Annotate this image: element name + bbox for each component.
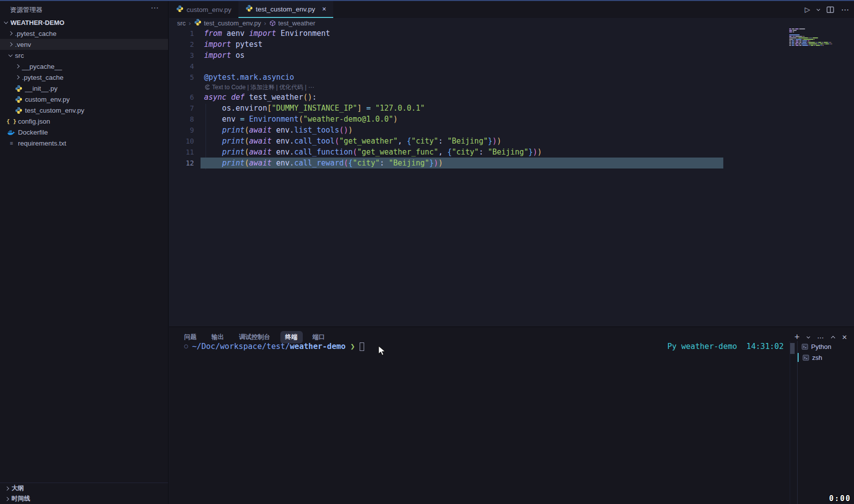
- code-line-9[interactable]: 9 print(await env.list_tools()): [169, 125, 854, 136]
- tree-item-requirements-txt[interactable]: ≡requirements.txt: [0, 138, 168, 149]
- editor-actions: ▷ ⋯: [805, 1, 849, 18]
- terminal-instance-python[interactable]: Python: [798, 341, 854, 352]
- terminal-viewport[interactable]: ~/Doc/workspace/test/weather-demo ❯ Py w…: [169, 341, 790, 504]
- line-number[interactable]: 6: [169, 92, 204, 103]
- codelens-actions[interactable]: Text to Code | 添加注释 | 优化代码 | ⋯: [169, 83, 854, 92]
- vscode-window: 资源管理器 ⋯ WEATHER-DEMO .pytest_cache.venvs…: [0, 0, 854, 504]
- chevron-right-icon: [15, 75, 19, 79]
- minimap[interactable]: [789, 28, 832, 45]
- code-line-12[interactable]: 12 print(await env.call_reward({"city": …: [169, 158, 854, 168]
- line-number[interactable]: 3: [169, 50, 204, 61]
- terminal-icon: [803, 354, 809, 361]
- project-name: WEATHER-DEMO: [10, 19, 64, 26]
- tree-item--pycache-[interactable]: __pycache__: [0, 61, 168, 72]
- line-number[interactable]: 2: [169, 39, 204, 50]
- close-icon[interactable]: ×: [322, 5, 326, 13]
- line-number[interactable]: 8: [169, 114, 204, 125]
- tree-item--venv[interactable]: .venv: [0, 39, 168, 50]
- sidebar-section[interactable]: 大纲: [0, 483, 168, 494]
- text-file-icon: ≡: [7, 139, 15, 147]
- python-icon: [194, 18, 202, 27]
- tree-item-label: test_custom_env.py: [25, 107, 84, 114]
- tree-item-dockerfile[interactable]: Dockerfile: [0, 127, 168, 138]
- docker-icon: [7, 129, 15, 136]
- tree-item-label: __init__.py: [25, 85, 57, 92]
- tree-item-test-custom-env-py[interactable]: test_custom_env.py: [0, 105, 168, 116]
- terminal-instance-list: Pythonzsh: [797, 341, 854, 504]
- python-icon: [176, 5, 184, 12]
- ai-assist-icon: [205, 84, 211, 90]
- panel-more-icon[interactable]: ⋯: [817, 334, 824, 341]
- code-line-7[interactable]: 7 os.environ["DUMMY_INSTANCE_IP"] = "127…: [169, 103, 854, 114]
- recording-timer: 0:00: [829, 494, 851, 503]
- tree-item--init-py[interactable]: __init__.py: [0, 83, 168, 94]
- terminal-dropdown-chevron-icon[interactable]: [807, 336, 810, 338]
- tree-item-label: .pytest_cache: [15, 30, 56, 37]
- line-number[interactable]: 10: [169, 136, 204, 147]
- chevron-right-icon: [8, 42, 12, 46]
- file-tree: .pytest_cache.venvsrc__pycache__.pytest_…: [0, 28, 168, 149]
- line-number[interactable]: 11: [169, 147, 204, 158]
- breadcrumb-file[interactable]: test_custom_env.py: [194, 18, 261, 27]
- code-line-2[interactable]: 2import pytest: [169, 39, 854, 50]
- line-number[interactable]: 5: [169, 72, 204, 83]
- maximize-panel-icon[interactable]: [832, 335, 835, 339]
- code-line-8[interactable]: 8 env = Environment("weather-demo@1.0.0"…: [169, 114, 854, 125]
- chevron-right-icon: [8, 31, 12, 35]
- code-line-5[interactable]: 5@pytest.mark.asyncio: [169, 72, 854, 83]
- tree-item-custom-env-py[interactable]: custom_env.py: [0, 94, 168, 105]
- run-dropdown-chevron-icon[interactable]: [817, 9, 820, 10]
- code-line-11[interactable]: 11 print(await env.call_function("get_we…: [169, 147, 854, 158]
- tree-item-label: requirements.txt: [18, 140, 66, 147]
- line-number[interactable]: 1: [169, 28, 204, 39]
- line-number[interactable]: 12: [169, 158, 204, 168]
- code-line-3[interactable]: 3import os: [169, 50, 854, 61]
- tab-label: custom_env.py: [187, 6, 231, 13]
- tree-item-label: src: [15, 52, 24, 59]
- code-editor[interactable]: 1from aenv import Environment2import pyt…: [169, 28, 854, 327]
- prompt-chevron: ❯: [346, 341, 355, 352]
- tree-item--pytest-cache[interactable]: .pytest_cache: [0, 28, 168, 39]
- code-line-10[interactable]: 10 print(await env.call_tool("get_weathe…: [169, 136, 854, 147]
- tree-item-label: config.json: [18, 118, 50, 125]
- breadcrumb-symbol[interactable]: test_weather: [269, 19, 315, 27]
- json-icon: { }: [7, 117, 15, 125]
- tab-test-custom-env-py[interactable]: test_custom_env.py×: [238, 1, 333, 18]
- terminal-instance-zsh[interactable]: zsh: [798, 352, 854, 363]
- sidebar-bottom-sections: 大纲时间线: [0, 483, 168, 504]
- terminal-prompt-line: ~/Doc/workspace/test/weather-demo ❯ Py w…: [169, 341, 790, 352]
- editor-tab-bar: custom_env.pytest_custom_env.py× ▷ ⋯: [169, 1, 854, 18]
- explorer-title: 资源管理器: [10, 5, 42, 14]
- line-number[interactable]: 9: [169, 125, 204, 136]
- python-icon: [15, 96, 22, 103]
- tree-item-src[interactable]: src: [0, 50, 168, 61]
- tree-item--pytest-cache[interactable]: .pytest_cache: [0, 72, 168, 83]
- line-number[interactable]: 7: [169, 103, 204, 114]
- chevron-right-icon: [15, 64, 19, 68]
- split-editor-icon[interactable]: [827, 6, 834, 13]
- terminal-cursor: [360, 342, 364, 351]
- python-icon: [194, 18, 202, 26]
- terminal-right-status: Py weather-demo 14:31:02: [667, 341, 784, 352]
- chevron-right-icon: [5, 497, 9, 501]
- breadcrumb-separator: ›: [189, 19, 191, 27]
- sidebar-section[interactable]: 时间线: [0, 494, 168, 504]
- sidebar-header: 资源管理器 ⋯: [0, 1, 168, 17]
- code-line-4[interactable]: 4: [169, 61, 854, 72]
- breadcrumb-separator: ›: [264, 19, 266, 27]
- python-icon: [245, 4, 253, 12]
- tab-custom-env-py[interactable]: custom_env.py: [169, 1, 238, 18]
- editor-more-icon[interactable]: ⋯: [841, 5, 849, 14]
- project-root-row[interactable]: WEATHER-DEMO: [0, 17, 168, 28]
- terminal-scrollbar-thumb[interactable]: [790, 343, 795, 354]
- line-number[interactable]: 4: [169, 61, 204, 72]
- run-button[interactable]: ▷: [805, 5, 810, 13]
- tree-item-config-json[interactable]: { }config.json: [0, 116, 168, 127]
- terminal-scrollbar-track[interactable]: [790, 341, 797, 504]
- code-line-1[interactable]: 1from aenv import Environment: [169, 28, 854, 39]
- terminal-label: zsh: [812, 354, 822, 361]
- breadcrumb-src[interactable]: src: [177, 19, 186, 27]
- code-line-6[interactable]: 6async def test_weather():: [169, 92, 854, 103]
- terminal-label: Python: [811, 343, 831, 350]
- sidebar-more-icon[interactable]: ⋯: [151, 3, 159, 12]
